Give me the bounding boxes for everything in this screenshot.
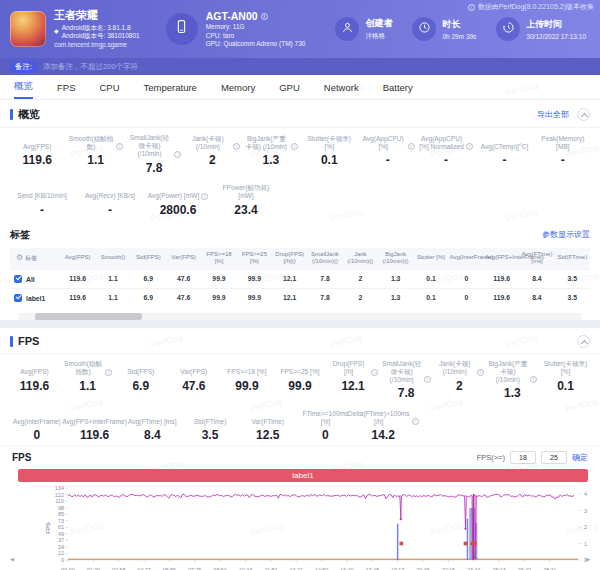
stat-value: 2: [185, 153, 239, 167]
stat-label: Smooth(稳帧指数): [63, 360, 103, 376]
stat-value: 0: [10, 428, 64, 442]
cell-value: 3.5: [555, 288, 590, 307]
column-header: Std(FPS): [131, 248, 166, 270]
cell-value: 8.4: [519, 288, 554, 307]
tab-memory[interactable]: Memory: [221, 75, 255, 99]
note-input[interactable]: 添加备注，不超过200个字符: [43, 62, 590, 72]
info-icon[interactable]: [291, 143, 298, 150]
info-icon[interactable]: [201, 193, 208, 200]
column-header: Smooth(): [95, 248, 130, 270]
cell-value: 1.3: [378, 288, 413, 307]
y-axis-right: 43210Jank: [578, 491, 590, 563]
fps-threshold-confirm-link[interactable]: 确定: [572, 452, 588, 463]
cell-value: 1.1: [95, 269, 130, 288]
fps-threshold-input-1[interactable]: [510, 451, 536, 464]
stat-value: 1.3: [488, 386, 537, 400]
cell-value: 0: [449, 288, 484, 307]
stat-value: 6.9: [116, 379, 165, 393]
stat-value: 3.5: [183, 428, 237, 442]
stat-value: 0: [299, 428, 353, 442]
stat-label: BigJank(严重卡顿) (/10min): [244, 135, 289, 151]
upload-time-block: 上传时间 30/12/2022 17:13:10: [496, 17, 586, 41]
svg-text:3: 3: [584, 508, 587, 514]
stat-avg-ctemp-c: Avg(CTemp)[°C]-: [475, 134, 533, 175]
column-header: Drop(FPS) [/h](): [272, 248, 307, 270]
stat-avg-recv-kb-s: Avg(Recv) [KB/s]-: [76, 184, 144, 217]
stat-fpower-mw: FPower(帧功耗) [mW]23.4: [212, 184, 280, 217]
fps-line: [68, 495, 574, 560]
stat-avg-interframe: Avg(InterFrame)0: [8, 409, 66, 442]
info-icon[interactable]: [477, 369, 484, 376]
stat-value: -: [536, 153, 590, 167]
export-all-link[interactable]: 导出全部: [537, 109, 569, 120]
stat-stutter: Stutter(卡顿率) [%]0.1: [300, 134, 358, 175]
stat-label: Avg(AppCPU) [%]: [360, 135, 405, 151]
svg-text:24: 24: [58, 544, 64, 550]
stat-ftime-100ms: FTime>=100ms [%]0: [297, 409, 355, 442]
info-icon[interactable]: [371, 369, 378, 376]
tab-temperature[interactable]: Temperature: [144, 75, 197, 99]
stat-value: 99.9: [275, 379, 324, 393]
fps-chart-canvas: 13412211098857361493724120FPS43210Jank00…: [10, 482, 590, 570]
info-icon[interactable]: [174, 151, 181, 158]
upload-time-value: 30/12/2022 17:13:10: [526, 33, 586, 40]
scrollbar-thumb[interactable]: [35, 313, 142, 320]
overview-stats-row1: Avg(FPS)119.6Smooth(稳帧指数)1.1SmallJank(轻微…: [0, 128, 600, 178]
duration-icon-circle: [412, 17, 436, 41]
row-label-cell: All: [10, 269, 60, 288]
tab-cpu[interactable]: CPU: [99, 75, 119, 99]
cell-value: 12.1: [272, 288, 307, 307]
jank-markers: [400, 542, 477, 546]
tab-gpu[interactable]: GPU: [279, 75, 300, 99]
svg-text:61: 61: [58, 525, 64, 531]
row-checkbox[interactable]: [14, 294, 22, 302]
table-horizontal-scrollbar[interactable]: [18, 313, 582, 320]
tab-fps[interactable]: FPS: [57, 75, 75, 99]
svg-text:85: 85: [58, 512, 64, 518]
android-version-name: Android版本名: 3.81.1.8: [62, 24, 140, 32]
row-checkbox[interactable]: [14, 275, 22, 283]
overview-section: 概览 导出全部 Avg(FPS)119.6Smooth(稳帧指数)1.1Smal…: [0, 100, 600, 320]
stat-label: Jank(卡顿) (/10min): [185, 135, 230, 151]
stat-avg-fps-interframe: Avg(FPS+InterFrame)119.6: [66, 409, 124, 442]
info-icon[interactable]: [530, 376, 537, 383]
cell-value: 47.6: [166, 269, 201, 288]
info-icon[interactable]: [408, 143, 415, 150]
cell-value: 12.1: [272, 269, 307, 288]
info-icon[interactable]: [412, 418, 419, 425]
stat-var-fps: Var(FPS)47.6: [167, 360, 220, 401]
fps-threshold-input-2[interactable]: [541, 451, 567, 464]
param-display-settings-link[interactable]: 参数显示设置: [542, 229, 590, 240]
collapse-overview-button[interactable]: [577, 108, 590, 121]
info-icon[interactable]: [116, 143, 123, 150]
cell-value: 7.8: [307, 288, 342, 307]
cell-value: 3.5: [555, 269, 590, 288]
info-icon[interactable]: [233, 143, 240, 150]
device-cpu: CPU: taro: [206, 32, 306, 40]
info-icon[interactable]: [466, 143, 473, 150]
upload-icon-circle: [496, 17, 520, 41]
stat-label: Stutter(卡顿率) [%]: [541, 360, 590, 376]
device-gpu: GPU: Qualcomm Adreno (TM) 730: [206, 40, 306, 48]
tab-network[interactable]: Network: [324, 75, 359, 99]
tab-概览[interactable]: 概览: [14, 75, 33, 99]
stat-smalljank-10min: SmallJank(轻微卡顿) (/10min)7.8: [380, 360, 433, 401]
settings-gear-icon[interactable]: ⚙: [16, 253, 23, 262]
x-axis: 00:0001:2902:5804:2705:5607:2508:5410:23…: [61, 560, 578, 570]
person-icon: [341, 20, 354, 38]
collapse-fps-button[interactable]: [577, 335, 590, 348]
column-header: SmallJank (/10min)(): [307, 248, 342, 270]
cell-value: 99.9: [201, 269, 236, 288]
creator-value: 洋格格: [365, 32, 392, 41]
svg-text:134: 134: [55, 485, 64, 491]
cell-value: 99.9: [237, 269, 272, 288]
info-icon[interactable]: [424, 376, 431, 383]
tab-battery[interactable]: Battery: [383, 75, 413, 99]
info-icon[interactable]: [105, 369, 112, 376]
stat-std-fps: Std(FPS)6.9: [114, 360, 167, 401]
device-info-icon[interactable]: i: [261, 13, 268, 20]
duration-value: 0h 29m 39s: [442, 33, 476, 40]
note-bar: 备注: 添加备注，不超过200个字符: [0, 58, 600, 75]
fps-title: FPS: [18, 335, 39, 347]
stat-value: 8.4: [125, 428, 179, 442]
